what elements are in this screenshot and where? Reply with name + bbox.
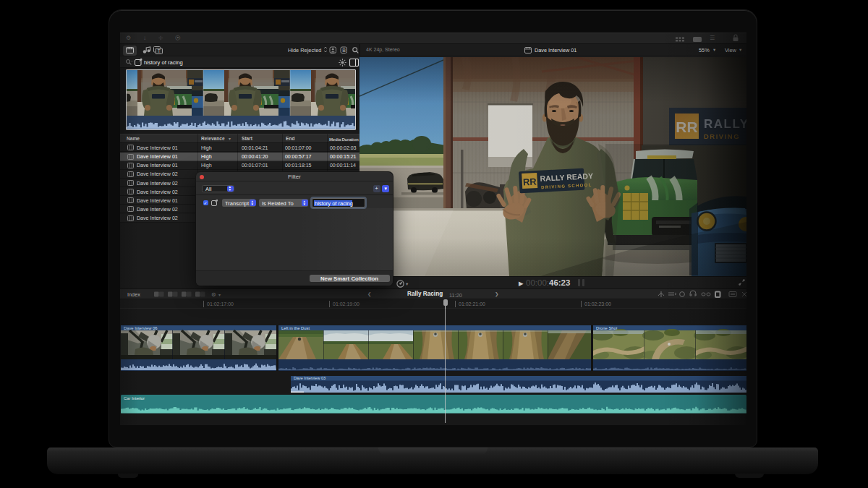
svg-text:B: B bbox=[342, 48, 346, 53]
svg-text:Dave Interview 06: Dave Interview 06 bbox=[124, 326, 157, 330]
svg-text:T: T bbox=[158, 48, 161, 53]
svg-text:Dave Interview 03: Dave Interview 03 bbox=[294, 376, 326, 380]
svg-text:Drone Shot: Drone Shot bbox=[596, 326, 618, 330]
svg-text:Left in the Dust: Left in the Dust bbox=[281, 326, 310, 330]
svg-text:Car Interior: Car Interior bbox=[124, 396, 145, 401]
